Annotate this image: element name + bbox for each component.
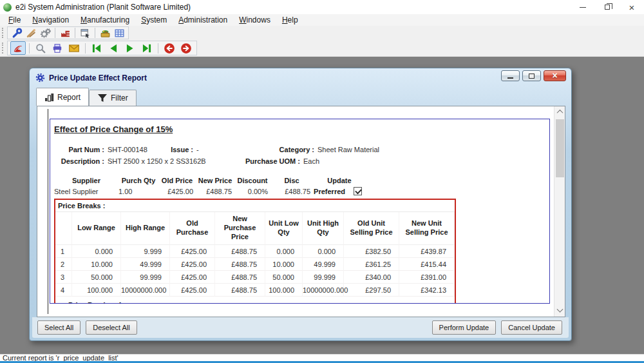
new-price-header: New Price <box>196 175 234 186</box>
pb-cell: £391.00 <box>399 271 455 284</box>
pb-cell: 10000000.000 <box>121 284 170 297</box>
pb-cell: 50.000 <box>72 271 121 284</box>
menu-file[interactable]: File <box>3 14 26 26</box>
pb-cell: 0.000 <box>303 245 344 258</box>
menu-manufacturing[interactable]: Manufacturing <box>75 14 135 26</box>
window-restore-button[interactable] <box>595 0 620 14</box>
pb-header-new-unit-selling: New Unit Selling Price <box>399 212 455 245</box>
cancel-update-button[interactable]: Cancel Update <box>501 320 562 335</box>
chevron-down-icon <box>557 306 564 313</box>
tab-filter-label: Filter <box>111 93 128 103</box>
issue-label: Issue : <box>167 146 193 153</box>
app-window: e2i System Administration (Planit Softwa… <box>0 0 644 363</box>
menu-administration[interactable]: Administration <box>173 14 233 26</box>
tab-report[interactable]: Report <box>36 88 89 106</box>
toolbar-grip[interactable] <box>2 43 5 54</box>
print-icon[interactable] <box>50 41 65 55</box>
dialog-button-bar: Select All Deselect All Perform Update C… <box>32 317 569 338</box>
pb-header-old-purchase: Old Purchase <box>170 212 215 245</box>
pb-cell: 10.000 <box>72 258 121 271</box>
pb-cell: 0.000 <box>72 245 121 258</box>
toolbox-icon[interactable] <box>99 27 111 39</box>
first-record-icon[interactable] <box>89 41 104 55</box>
previous-record-icon[interactable] <box>106 41 121 55</box>
category-value: Sheet Raw Material <box>314 146 379 153</box>
part-num-value: SHT-000148 <box>104 146 167 153</box>
perform-update-button[interactable]: Perform Update <box>432 320 497 335</box>
last-record-icon[interactable] <box>139 41 155 55</box>
menu-help[interactable]: Help <box>276 14 304 26</box>
discount-header: Discount <box>234 175 270 186</box>
price-breaks-table: Low Range High Range Old Purchase New Pu… <box>55 212 455 297</box>
back-icon[interactable] <box>162 41 177 55</box>
pb-header-new-purchase-price: New Purchase Price <box>215 212 265 245</box>
deselect-all-button[interactable]: Deselect All <box>86 320 137 335</box>
menu-windows[interactable]: Windows <box>233 14 276 26</box>
menu-system[interactable]: System <box>135 14 173 26</box>
dialog-maximize-button[interactable] <box>522 70 541 81</box>
pb-header-unit-low-qty: Unit Low Qty <box>265 212 303 245</box>
toolbar-separator <box>158 43 158 54</box>
tab-filter[interactable]: Filter <box>89 90 137 106</box>
window-minimize-button[interactable] <box>571 0 595 14</box>
purchase-uom-value: Each <box>300 157 319 165</box>
select-all-button[interactable]: Select All <box>37 320 80 335</box>
chevron-up-icon <box>557 110 564 116</box>
next-record-icon[interactable] <box>122 41 138 55</box>
supplier-old-price: £425.00 <box>158 186 196 197</box>
wrench-icon[interactable] <box>10 27 23 39</box>
gear-icon <box>35 73 45 83</box>
pdf-icon[interactable] <box>10 41 26 55</box>
factory-icon[interactable] <box>59 27 71 39</box>
description-value: SHT 2500 x 1250 x 2 SS3162B <box>104 157 237 165</box>
filter-funnel-icon <box>97 93 108 103</box>
pb-row-num: 2 <box>55 258 72 271</box>
restore-icon <box>605 5 610 10</box>
update-checkbox[interactable] <box>354 187 362 195</box>
supplier-name: Steel Supplier <box>54 186 118 197</box>
scroll-down-button[interactable] <box>554 306 565 317</box>
preferred-label: Preferred <box>313 186 349 197</box>
pliers-icon[interactable] <box>24 27 37 39</box>
toolbar-grip[interactable] <box>2 28 5 37</box>
pb-cell: 100.000 <box>265 284 303 297</box>
dialog-title: Price Update Effect Report <box>49 74 147 83</box>
dialog-titlebar[interactable]: Price Update Effect Report <box>32 70 569 85</box>
pb-header-low-range: Low Range <box>72 212 121 245</box>
pb-cell: £382.50 <box>344 245 399 258</box>
old-price-header: Old Price <box>158 175 196 186</box>
vertical-scrollbar[interactable] <box>554 106 565 317</box>
part-num-label: Part Num : <box>54 146 104 153</box>
email-icon[interactable] <box>66 41 82 55</box>
toolbar-main <box>0 26 644 40</box>
pb-cell: £415.44 <box>399 258 455 271</box>
supplier-discount: 0.00% <box>234 186 270 197</box>
pb-row-num: 1 <box>55 245 72 258</box>
minimize-icon <box>580 7 586 8</box>
grid-icon[interactable] <box>113 27 126 39</box>
pb-cell: £488.75 <box>215 258 265 271</box>
pb-header-old-unit-selling: Old Unit Selling Price <box>344 212 399 245</box>
menu-navigation[interactable]: Navigation <box>26 14 75 26</box>
window-title: e2i System Administration (Planit Softwa… <box>15 3 191 12</box>
properties-icon[interactable] <box>79 27 91 39</box>
forward-icon[interactable] <box>178 41 194 55</box>
pb-cell: 49.999 <box>303 258 344 271</box>
pb-cell: £425.00 <box>170 271 215 284</box>
pb-cell: £439.87 <box>399 245 455 258</box>
print-preview-icon[interactable] <box>33 41 48 55</box>
dialog-minimize-button[interactable] <box>501 70 520 81</box>
scroll-up-button[interactable] <box>554 106 565 117</box>
price-breaks-label: Price Breaks : <box>55 200 455 212</box>
scrollbar-thumb[interactable] <box>556 119 564 177</box>
toolbar-separator <box>29 43 30 54</box>
pb-cell: 0.000 <box>265 245 303 258</box>
window-close-button[interactable] <box>620 0 644 14</box>
status-bar: Current report is 'r_price_update_list' <box>0 354 644 361</box>
toolbar-separator <box>85 43 86 54</box>
pb-cell: 100.000 <box>72 284 121 297</box>
dialog-close-button[interactable] <box>544 70 566 81</box>
menubar: File Navigation Manufacturing System Adm… <box>0 14 644 26</box>
gears-icon[interactable] <box>39 27 52 39</box>
pb-header <box>55 212 72 245</box>
